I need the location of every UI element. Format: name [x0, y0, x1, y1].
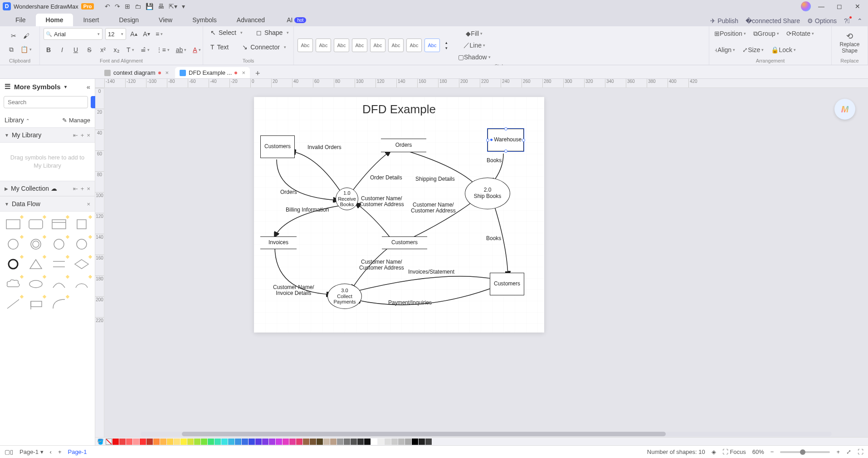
color-swatch[interactable]: [283, 439, 289, 445]
color-swatch[interactable]: [242, 439, 248, 445]
shape-curve[interactable]: [50, 277, 68, 291]
entity-warehouse[interactable]: ●Warehouse: [488, 129, 524, 151]
select-tool[interactable]: ↖ Select: [207, 28, 246, 37]
h-align-icon[interactable]: ≡: [154, 29, 164, 39]
lib-add-icon[interactable]: +: [81, 132, 84, 139]
shape-triangle[interactable]: [27, 257, 44, 271]
window-close-icon[interactable]: ✕: [850, 3, 865, 10]
shape-double-circle[interactable]: [27, 237, 44, 251]
fill-bucket-icon[interactable]: 🪣: [97, 439, 103, 445]
styles-up-icon[interactable]: ▴: [445, 40, 448, 45]
lib-close-icon[interactable]: ×: [87, 185, 90, 192]
more-symbols-title[interactable]: More Symbols: [14, 83, 61, 91]
style-preset[interactable]: Abc: [297, 39, 313, 52]
canvas[interactable]: DFD Example: [104, 88, 868, 437]
shape-arc[interactable]: [50, 297, 68, 311]
store-invoices[interactable]: Invoices: [260, 236, 297, 249]
color-swatch[interactable]: [385, 439, 391, 445]
color-swatch[interactable]: [371, 439, 377, 445]
open-icon[interactable]: 🗀: [135, 3, 141, 10]
color-swatch[interactable]: [378, 439, 384, 445]
color-swatch[interactable]: [187, 439, 194, 445]
zoom-in-icon[interactable]: +: [836, 448, 840, 455]
position-button[interactable]: ⊞ Position: [713, 28, 747, 39]
color-swatch[interactable]: [174, 439, 180, 445]
shape-header-rect[interactable]: [50, 217, 68, 231]
color-swatch[interactable]: [412, 439, 418, 445]
group-button[interactable]: ⧉ Group: [752, 28, 780, 39]
lock-button[interactable]: 🔒 Lock: [770, 44, 797, 55]
color-swatch[interactable]: [391, 439, 398, 445]
prev-page-icon[interactable]: ‹: [50, 448, 52, 455]
shape-tool[interactable]: ◻ Shape: [253, 28, 293, 37]
shape-rect[interactable]: [5, 217, 22, 231]
shape-cloud[interactable]: [5, 277, 22, 291]
symbol-search-input[interactable]: [4, 96, 88, 108]
color-swatch[interactable]: [249, 439, 255, 445]
horizontal-scrollbar[interactable]: [141, 432, 832, 436]
process-receive-books[interactable]: 1.0 Receive Books: [336, 188, 358, 210]
color-swatch[interactable]: [194, 439, 200, 445]
color-swatch[interactable]: [351, 439, 357, 445]
save-icon[interactable]: 💾: [146, 3, 153, 10]
color-swatch[interactable]: [221, 439, 228, 445]
style-preset[interactable]: Abc: [316, 39, 331, 52]
color-swatch[interactable]: [215, 439, 221, 445]
grow-font-icon[interactable]: A▴: [129, 29, 139, 39]
print-icon[interactable]: 🖶: [158, 3, 164, 10]
color-swatch[interactable]: [235, 439, 241, 445]
italic-icon[interactable]: I: [57, 44, 67, 55]
color-swatch[interactable]: [255, 439, 262, 445]
color-swatch[interactable]: [180, 439, 187, 445]
color-swatch[interactable]: [167, 439, 173, 445]
color-swatch[interactable]: [146, 439, 153, 445]
shape-halfcircle[interactable]: [73, 277, 90, 291]
style-preset[interactable]: Abc: [334, 39, 349, 52]
color-swatch[interactable]: [323, 439, 330, 445]
export-icon[interactable]: ⇱▾: [169, 3, 177, 10]
process-collect-payments[interactable]: 3.0 Collect Payments: [327, 284, 362, 309]
style-preset[interactable]: Abc: [370, 39, 385, 52]
color-swatch[interactable]: [357, 439, 364, 445]
shape-flag-rect[interactable]: [27, 297, 44, 311]
doc-tab-context-diagram[interactable]: context diagram ×: [100, 67, 173, 78]
lib-import-icon[interactable]: ⇤: [73, 185, 78, 192]
color-swatch[interactable]: [337, 439, 343, 445]
font-size-select[interactable]: 12▾: [105, 28, 126, 40]
styles-down-icon[interactable]: ▾: [445, 46, 448, 50]
options-button[interactable]: ⚙ Options: [807, 17, 837, 24]
paste-button[interactable]: 📋: [19, 44, 33, 55]
redo-icon[interactable]: ↷: [115, 3, 120, 10]
case-icon[interactable]: T: [125, 44, 136, 55]
color-swatch[interactable]: [201, 439, 207, 445]
entity-customers-2[interactable]: Customers: [490, 273, 524, 295]
page-panel-icon[interactable]: ▢▯: [5, 448, 13, 455]
new-icon[interactable]: ⊞: [125, 3, 130, 10]
color-swatch[interactable]: [119, 439, 126, 445]
lib-close-icon[interactable]: ×: [87, 201, 90, 207]
color-swatch[interactable]: [364, 439, 371, 445]
entity-customers-1[interactable]: Customers: [260, 135, 295, 158]
text-tool[interactable]: T Text: [207, 43, 232, 52]
tab-view[interactable]: View: [149, 14, 182, 26]
tab-insert[interactable]: Insert: [73, 14, 109, 26]
fit-page-icon[interactable]: ⤢: [846, 448, 851, 455]
doc-tab-dfd-example[interactable]: DFD Example ... ×: [175, 67, 250, 78]
zoom-out-icon[interactable]: −: [770, 448, 774, 455]
ai-assistant-button[interactable]: M: [834, 99, 855, 120]
cut-icon[interactable]: ✂: [9, 30, 19, 41]
style-preset[interactable]: Abc: [352, 39, 367, 52]
style-preset[interactable]: Abc: [388, 39, 404, 52]
tab-design[interactable]: Design: [109, 14, 149, 26]
close-tab-icon[interactable]: ×: [166, 69, 169, 76]
color-swatch[interactable]: [208, 439, 214, 445]
shape-circle-outline[interactable]: [73, 237, 90, 251]
manage-button[interactable]: ✎ Manage: [62, 117, 90, 124]
zoom-slider[interactable]: [780, 451, 830, 453]
style-preset[interactable]: Abc: [406, 39, 422, 52]
color-swatch[interactable]: [133, 439, 139, 445]
close-tab-icon[interactable]: ×: [242, 69, 245, 76]
shape-circle[interactable]: [5, 237, 22, 251]
align-button[interactable]: ⫞ Align: [713, 44, 736, 55]
color-swatch[interactable]: [228, 439, 234, 445]
